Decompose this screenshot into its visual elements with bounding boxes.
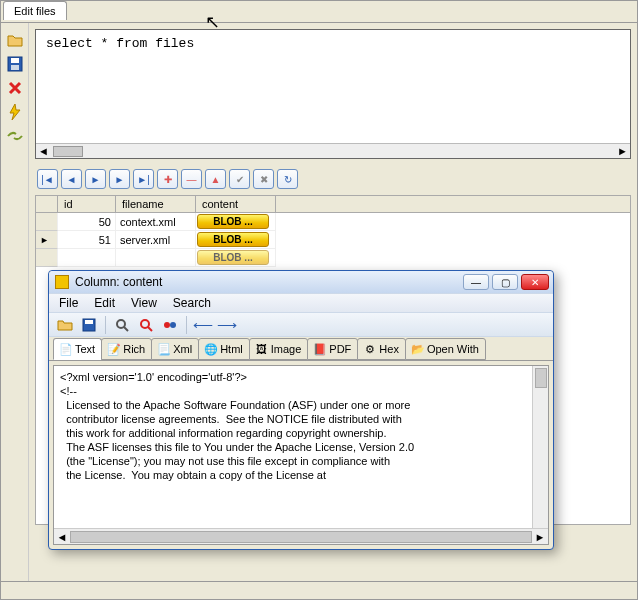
current-row-indicator: ►: [40, 235, 49, 245]
window-title: Column: content: [75, 275, 463, 289]
editor-hscroll[interactable]: ◄ ►: [54, 528, 548, 544]
up-icon[interactable]: ▲: [205, 169, 226, 189]
zoom-icon[interactable]: [136, 315, 156, 335]
svg-rect-4: [85, 320, 93, 324]
image-icon: 🖼: [256, 343, 268, 355]
blob-button[interactable]: BLOB ...: [197, 232, 269, 247]
popup-toolbar: ⟵ ⟶: [49, 313, 553, 337]
svg-line-8: [148, 327, 152, 331]
scroll-thumb[interactable]: [53, 146, 83, 157]
table-row[interactable]: BLOB ...: [36, 249, 630, 267]
col-id[interactable]: id: [58, 196, 116, 212]
editor-line: <?xml version='1.0' encoding='utf-8'?>: [60, 370, 542, 384]
svg-rect-1: [11, 58, 19, 63]
window-icon: [55, 275, 69, 289]
menu-search[interactable]: Search: [173, 296, 211, 310]
tab-label: Open With: [427, 343, 479, 355]
tab-text[interactable]: 📄Text: [53, 338, 102, 360]
cell-id: [58, 249, 116, 267]
editor-line: the License. You may obtain a copy of th…: [60, 468, 542, 482]
add-icon[interactable]: ✚: [157, 169, 178, 189]
blob-button[interactable]: BLOB ...: [197, 214, 269, 229]
openwith-icon: 📂: [412, 343, 424, 355]
confirm-icon[interactable]: ✔: [229, 169, 250, 189]
editor-line: Licensed to the Apache Software Foundati…: [60, 398, 542, 412]
save-icon[interactable]: [6, 55, 24, 73]
editor[interactable]: <?xml version='1.0' encoding='utf-8'?> <…: [54, 366, 548, 528]
titlebar[interactable]: Column: content — ▢ ✕: [49, 271, 553, 293]
html-icon: 🌐: [205, 343, 217, 355]
tab-label: Text: [75, 343, 95, 355]
col-content[interactable]: content: [196, 196, 276, 212]
editor-vscroll[interactable]: [532, 366, 548, 528]
cell-filename: server.xml: [116, 231, 196, 249]
sql-hscroll[interactable]: ◄ ►: [36, 143, 630, 158]
tab-label: Xml: [173, 343, 192, 355]
tab-label: Html: [220, 343, 243, 355]
scroll-right-icon[interactable]: ►: [532, 531, 548, 543]
scroll-thumb[interactable]: [70, 531, 532, 543]
xml-icon: 📃: [158, 343, 170, 355]
back-icon[interactable]: ⟵: [193, 315, 213, 335]
tab-edit-files[interactable]: Edit files: [3, 1, 67, 20]
delete-icon[interactable]: [6, 79, 24, 97]
cancel-icon[interactable]: ✖: [253, 169, 274, 189]
tab-pdf[interactable]: 📕PDF: [307, 338, 358, 360]
cell-id: 51: [58, 231, 116, 249]
svg-line-6: [124, 327, 128, 331]
table-row[interactable]: ► 51 server.xml BLOB ...: [36, 231, 630, 249]
menu-view[interactable]: View: [131, 296, 157, 310]
record-nav-toolbar: |◄ ◄ ► ► ►| ✚ — ▲ ✔ ✖ ↻: [35, 169, 631, 189]
tab-label: Hex: [379, 343, 399, 355]
statusbar: [1, 581, 637, 599]
last-icon[interactable]: ►|: [133, 169, 154, 189]
col-filename[interactable]: filename: [116, 196, 196, 212]
tab-openwith[interactable]: 📂Open With: [405, 338, 486, 360]
menu-file[interactable]: File: [59, 296, 78, 310]
folder-open-icon[interactable]: [6, 31, 24, 49]
cell-id: 50: [58, 213, 116, 231]
scroll-left-icon[interactable]: ◄: [36, 145, 51, 157]
scroll-right-icon[interactable]: ►: [615, 145, 630, 157]
scroll-left-icon[interactable]: ◄: [54, 531, 70, 543]
play-icon[interactable]: ►: [85, 169, 106, 189]
cell-filename: context.xml: [116, 213, 196, 231]
forward-icon[interactable]: ⟶: [217, 315, 237, 335]
grid-corner: [36, 196, 58, 212]
scroll-thumb[interactable]: [535, 368, 547, 388]
sql-editor[interactable]: select * from files ◄ ►: [35, 29, 631, 159]
save-icon[interactable]: [79, 315, 99, 335]
tab-hex[interactable]: ⚙Hex: [357, 338, 406, 360]
prev-icon[interactable]: ◄: [61, 169, 82, 189]
link-icon[interactable]: [160, 315, 180, 335]
blob-button[interactable]: BLOB ...: [197, 250, 269, 265]
first-icon[interactable]: |◄: [37, 169, 58, 189]
editor-line: this work for additional information reg…: [60, 426, 542, 440]
next-icon[interactable]: ►: [109, 169, 130, 189]
table-row[interactable]: 50 context.xml BLOB ...: [36, 213, 630, 231]
editor-line: contributor license agreements. See the …: [60, 412, 542, 426]
tab-html[interactable]: 🌐Html: [198, 338, 250, 360]
editor-wrap: <?xml version='1.0' encoding='utf-8'?> <…: [53, 365, 549, 545]
editor-line: The ASF licenses this file to You under …: [60, 440, 542, 454]
cell-filename: [116, 249, 196, 267]
tab-label: Image: [271, 343, 302, 355]
close-button[interactable]: ✕: [521, 274, 549, 290]
svg-point-7: [141, 320, 149, 328]
remove-icon[interactable]: —: [181, 169, 202, 189]
svg-point-9: [164, 322, 170, 328]
refresh-icon[interactable]: [6, 127, 24, 145]
svg-rect-2: [11, 65, 19, 70]
text-icon: 📄: [60, 343, 72, 355]
tab-image[interactable]: 🖼Image: [249, 338, 309, 360]
minimize-button[interactable]: —: [463, 274, 489, 290]
maximize-button[interactable]: ▢: [492, 274, 518, 290]
folder-open-icon[interactable]: [55, 315, 75, 335]
sql-text: select * from files: [36, 30, 630, 145]
lightning-icon[interactable]: [6, 103, 24, 121]
menu-edit[interactable]: Edit: [94, 296, 115, 310]
find-icon[interactable]: [112, 315, 132, 335]
tab-xml[interactable]: 📃Xml: [151, 338, 199, 360]
reload-icon[interactable]: ↻: [277, 169, 298, 189]
tab-rich[interactable]: 📝Rich: [101, 338, 152, 360]
